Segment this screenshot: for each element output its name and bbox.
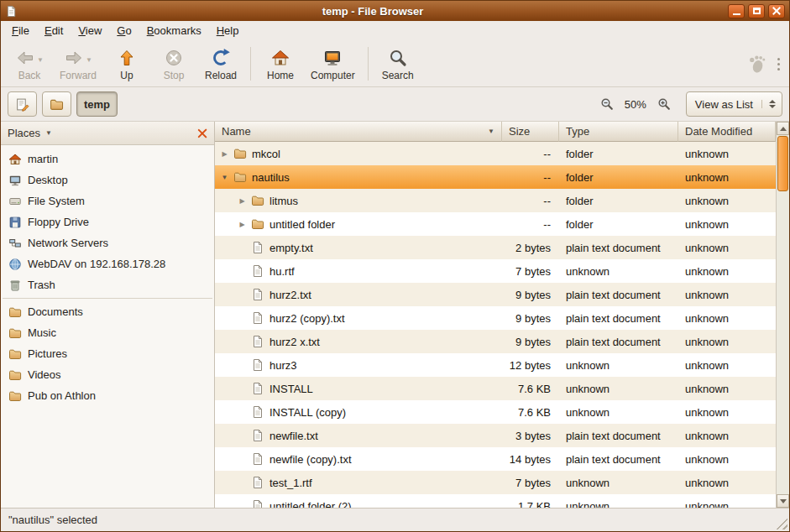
column-header-date-modified[interactable]: Date Modified [678,122,776,142]
computer-button[interactable]: Computer [304,44,362,83]
expander-icon[interactable]: ▶ [235,197,249,205]
zoom-level: 50% [622,98,649,111]
forward-button: ▼ Forward [53,44,103,83]
file-row-litmus[interactable]: ▶ litmus -- folder unknown [215,189,776,212]
sidebar-item-martin[interactable]: martin [1,149,214,170]
home-button[interactable]: Home [257,44,304,83]
menu-go[interactable]: Go [109,21,139,41]
menu-view[interactable]: View [71,21,109,41]
toolbar-grip[interactable] [775,55,782,74]
scroll-up-button[interactable] [777,122,789,135]
expander-icon[interactable]: ▼ [217,174,232,181]
menu-help[interactable]: Help [209,21,247,41]
arrow-up-icon [117,48,137,68]
file-date-modified: unknown [678,142,776,165]
file-row-hu-rtf[interactable]: hu.rtf 7 bytes unknown unknown [215,259,776,283]
file-row-hurz3[interactable]: hurz3 12 bytes unknown unknown [215,353,776,377]
trash-icon [8,279,22,292]
file-name: nautilus [249,171,290,184]
menu-file[interactable]: File [4,21,37,41]
file-icon [251,288,264,301]
file-type: plain text document [559,447,678,471]
path-current-button[interactable]: temp [76,91,118,117]
expander-icon[interactable]: ▶ [235,221,249,228]
sidebar-item-pictures[interactable]: Pictures [1,343,214,364]
dropdown-arrow-icon[interactable]: ▼ [37,56,44,64]
file-icon [251,499,264,508]
scrollbar-track[interactable] [777,135,789,494]
view-selector[interactable]: View as List [686,91,782,117]
file-row-nautilus[interactable]: ▼ nautilus -- folder unknown [215,165,776,189]
file-row-hurz2-copy-txt[interactable]: hurz2 (copy).txt 9 bytes plain text docu… [215,306,776,330]
file-row-hurz2-txt[interactable]: hurz2.txt 9 bytes plain text document un… [215,283,776,306]
file-row-hurz2-x-txt[interactable]: hurz2 x.txt 9 bytes plain text document … [215,330,776,353]
file-row-newfile-copy-txt[interactable]: newfile (copy).txt 14 bytes plain text d… [215,447,776,471]
file-type: folder [559,212,678,236]
file-date-modified: unknown [678,400,776,424]
file-row-test-1-rtf[interactable]: test_1.rtf 7 bytes unknown unknown [215,471,776,494]
sidebar-close-button[interactable] [197,128,207,138]
file-row-untitled-folder-2-[interactable]: untitled folder (2) 1.7 KB unknown unkno… [215,494,776,508]
sidebar-item-videos[interactable]: Videos [1,364,214,385]
sidebar-item-webdav-on-192-168-178-28[interactable]: WebDAV on 192.168.178.28 [1,253,214,274]
file-icon [251,264,264,278]
reload-icon [211,48,231,68]
maximize-button[interactable] [748,4,765,18]
reload-button[interactable]: Reload [197,44,244,83]
file-date-modified: unknown [678,259,776,283]
file-date-modified: unknown [678,306,776,330]
sidebar-item-file-system[interactable]: File System [1,190,214,211]
search-button[interactable]: Search [374,44,421,83]
sidebar-item-documents[interactable]: Documents [1,301,214,322]
sidebar-item-floppy-drive[interactable]: Floppy Drive [1,211,214,232]
sidebar-item-music[interactable]: Music [1,322,214,343]
menu-bookmarks[interactable]: Bookmarks [139,21,209,41]
sidebar-item-pub-on-athlon[interactable]: Pub on Athlon [1,385,214,406]
file-row-mkcol[interactable]: ▶ mkcol -- folder unknown [215,142,776,165]
close-button[interactable] [768,4,785,18]
file-name: hu.rtf [266,265,295,278]
column-header-name[interactable]: Name ▼ [215,122,502,142]
file-date-modified: unknown [678,353,776,377]
zoom-out-button[interactable] [597,94,617,114]
toolbar: ▼ Back ▼ Forward Up [1,41,789,87]
file-size: 2 bytes [502,236,559,259]
column-header-type[interactable]: Type [559,122,678,142]
file-row-untitled-folder[interactable]: ▶ untitled folder -- folder unknown [215,212,776,236]
file-type: plain text document [559,330,678,353]
sidebar-item-trash[interactable]: Trash [1,274,214,295]
sidebar-item-desktop[interactable]: Desktop [1,170,214,190]
file-row-empty-txt[interactable]: empty.txt 2 bytes plain text document un… [215,236,776,259]
zoom-in-button[interactable] [654,94,674,114]
file-size: 14 bytes [502,447,559,471]
file-row-install-copy-[interactable]: INSTALL (copy) 7.6 KB unknown unknown [215,400,776,424]
file-icon [251,358,264,372]
up-button[interactable]: Up [103,44,150,83]
file-name: empty.txt [266,242,313,254]
resize-grip[interactable] [776,518,787,529]
menu-edit[interactable]: Edit [37,21,71,41]
column-header-size[interactable]: Size [502,122,559,142]
file-name: hurz2.txt [266,289,311,301]
list-header: Name ▼ Size Type Date Modified [215,122,776,142]
places-label: Places [8,127,40,139]
path-root-button[interactable] [42,91,71,117]
view-mode-label: View as List [695,98,753,111]
vertical-scrollbar[interactable] [776,122,789,508]
scrollbar-thumb[interactable] [777,136,788,191]
places-selector[interactable]: Places ▼ [1,122,214,145]
toggle-location-entry-button[interactable] [8,91,37,117]
file-row-install[interactable]: INSTALL 7.6 KB unknown unknown [215,377,776,400]
floppy-icon [8,216,22,229]
dropdown-arrow-icon[interactable]: ▼ [86,56,92,64]
file-date-modified: unknown [678,494,776,508]
expander-icon[interactable]: ▶ [217,150,232,158]
titlebar[interactable]: temp - File Browser [1,1,789,21]
file-row-newfile-txt[interactable]: newfile.txt 3 bytes plain text document … [215,424,776,447]
menubar: FileEditViewGoBookmarksHelp [1,21,789,41]
sidebar-item-network-servers[interactable]: Network Servers [1,232,214,253]
minimize-button[interactable] [728,4,745,18]
file-name: hurz2 x.txt [266,336,320,348]
file-name: litmus [266,195,298,207]
scroll-down-button[interactable] [777,494,789,508]
